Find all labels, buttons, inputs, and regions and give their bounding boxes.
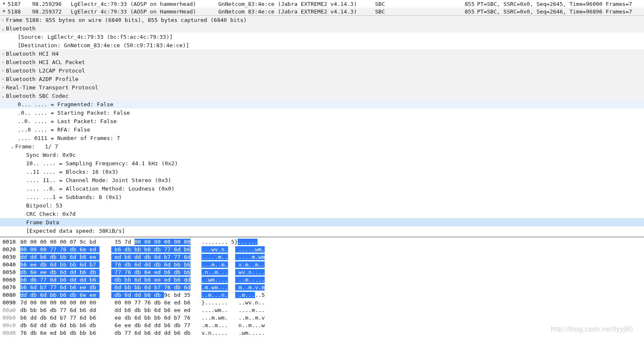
hex-bytes: .....m.. (201, 254, 228, 260)
hex-bytes: ..m...n. (201, 292, 228, 298)
hex-bytes: db 6d dd db 6d bb b6 db (20, 322, 99, 328)
hex-bytes-group: dd b6 db bb 6d b6 ee ed (111, 307, 196, 314)
tree-item-alloc[interactable]: .... ..0. = Allocation Method: Loudness … (0, 184, 644, 193)
hex-bytes: .....wm. (235, 246, 265, 253)
hex-offset: 0090 (0, 299, 20, 307)
hex-row[interactable]: 0060b6 db 77 6d b6 dd dd b6 db bb 6d b6 … (0, 276, 644, 284)
chevron-down-icon[interactable]: ⌄ (0, 93, 6, 99)
tree-label: Bluetooth SBC Codec (6, 93, 69, 99)
packet-dest: GnNetcom 83:4e:ce (Jabra EXTREME2 v4.14.… (218, 8, 375, 15)
hex-bytes: 76 db 6d dd db 6d bb b6 (111, 261, 191, 268)
hex-bytes: db 77 6d b6 dd dd b6 db (111, 330, 191, 336)
tree-label: Sync Word: 0x9c (26, 152, 75, 158)
hex-bytes: dd b6 db bb 6d b6 ee ed (111, 307, 191, 313)
tree-item-hci-h4[interactable]: ›Bluetooth HCI H4 (0, 49, 644, 58)
hex-bytes-group: b6 db bb b6 db 77 6d b6 (111, 246, 196, 253)
tree-item-bluetooth[interactable]: ⌄Bluetooth (0, 24, 644, 32)
packet-detail-tree[interactable]: ›Frame 5188: 855 bytes on wire (6840 bit… (0, 16, 644, 237)
chevron-right-icon[interactable]: › (0, 51, 6, 56)
tree-label: Bluetooth A2DP Profile (6, 76, 78, 82)
hex-row[interactable]: 00c0db 6d dd db 6d bb b6 db 6e ee db 6d … (0, 322, 644, 329)
hex-pane[interactable]: 001080 00 00 00 00 07 9c bd 35 7d 00 00 … (0, 237, 644, 337)
tree-item-sbc-rfa[interactable]: ...0 .... = RFA: False (0, 125, 644, 134)
hex-bytes: dd dd b6 db bb 6d b6 ee (20, 254, 99, 260)
hex-offset: 0050 (0, 269, 20, 276)
chevron-right-icon[interactable]: › (0, 59, 6, 65)
tree-label: Bluetooth (6, 25, 35, 32)
tree-item-bt-dest[interactable]: [Destination: GnNetcom_83:4e:ce (50:c9:7… (0, 41, 644, 49)
hex-row[interactable]: 002000 00 00 77 76 db 6e ed b6 db bb b6 … (0, 246, 644, 253)
hex-ascii: ...m.wm. (201, 314, 235, 322)
tree-item-sync[interactable]: Sync Word: 0x9c (0, 151, 644, 159)
tree-item-sbc[interactable]: ⌄Bluetooth SBC Codec (0, 91, 644, 100)
tree-label: Real-Time Transport Protocol (6, 84, 98, 91)
hex-row[interactable]: 001080 00 00 00 00 07 9c bd 35 7d 00 00 … (0, 238, 644, 246)
hex-bytes: wv.n.... (235, 269, 265, 275)
tree-item-bt-source[interactable]: [Source: LgElectr_4c:79:33 (bc:f5:ac:4c:… (0, 32, 644, 41)
hex-bytes: 77 76 db 6e ed b6 db bb (111, 269, 191, 275)
tree-label: [Source: LgElectr_4c:79:33 (bc:f5:ac:4c:… (18, 34, 173, 40)
hex-row[interactable]: 00907d 00 00 00 00 00 00 00 00 00 77 76 … (0, 299, 644, 307)
tree-item-crc[interactable]: CRC Check: 0x7d (0, 210, 644, 218)
tree-item-l2cap[interactable]: ›Bluetooth L2CAP Protocol (0, 66, 644, 75)
tree-item-frame1[interactable]: ⌄Frame: 1/ 7 (0, 142, 644, 151)
tree-item-frame-data[interactable]: Frame Data (0, 218, 644, 226)
hex-row[interactable]: 00d076 db 6e ed b6 db bb b6 db 77 6d b6 … (0, 329, 644, 337)
hex-row[interactable]: 0040b6 ee db 6d bb bb 6d b7 76 db 6d dd … (0, 261, 644, 269)
tree-item-chmode[interactable]: .... 11.. = Channel Mode: Joint Stereo (… (0, 176, 644, 184)
tree-item-sbc-fragmented[interactable]: 0... .... = Fragmented: False (0, 100, 644, 108)
hex-ascii: ...wv.n. (201, 246, 235, 253)
hex-bytes: b6 db 77 6d b6 dd dd b6 (20, 277, 99, 283)
hex-row[interactable]: 00b0b6 dd db 6d b7 77 6d b6 ee db 6d bb … (0, 314, 644, 322)
hex-bytes-group: 76 db 6e ed b6 db bb b6 (20, 329, 109, 337)
hex-row[interactable]: 0070b6 6d b7 77 6d b6 ee db 6d bb bb 6d … (0, 284, 644, 291)
chevron-down-icon[interactable]: ⌄ (9, 144, 15, 149)
tree-item-sbc-start[interactable]: .0.. .... = Starting Packet: False (0, 108, 644, 117)
hex-bytes: v.m..m.. (235, 261, 265, 268)
hex-row[interactable]: 0030dd dd b6 db bb 6d b6 ee ed b6 dd db … (0, 253, 644, 261)
tree-item-hci-acl[interactable]: ›Bluetooth HCI ACL Packet (0, 58, 644, 66)
chevron-right-icon[interactable]: › (0, 76, 6, 82)
hex-ascii: .n..m... (201, 269, 235, 276)
hex-bytes: ....wm.. (201, 307, 228, 313)
tree-item-rtp[interactable]: ›Real-Time Transport Protocol (0, 83, 644, 91)
tree-label: .... 0111 = Number of Frames: 7 (18, 135, 120, 141)
hex-bytes: dd db 6d bb b6 db 6e ee (20, 292, 99, 298)
hex-offset: 0010 (0, 238, 20, 246)
hex-bytes-group: ee db 6d bb bb 6d b7 76 (111, 314, 196, 322)
hex-bytes: db bb b6 db 77 6d b6 dd (20, 307, 99, 313)
packet-list[interactable]: • 5187 98.259296 LgElectr_4c:79:33 (AOSP… (0, 0, 644, 16)
hex-offset: 0030 (0, 253, 20, 261)
hex-row[interactable]: 0080dd db 6d bb b6 db 6e ee db 6d dd b6 … (0, 291, 644, 299)
hex-row[interactable]: 00a0db bb b6 db 77 6d b6 dd dd b6 db bb … (0, 307, 644, 314)
tree-item-blocks[interactable]: ..11 .... = Blocks: 16 (0x3) (0, 167, 644, 176)
tree-item-sbc-last[interactable]: ..0. .... = Last Packet: False (0, 117, 644, 125)
hex-bytes: db 6e ee db 6d dd b6 db (20, 269, 99, 275)
hex-bytes: b6 dd db 6d b7 77 6d b6 (20, 315, 99, 321)
tree-item-freq[interactable]: 10.. .... = Sampling Frequency: 44.1 kHz… (0, 159, 644, 167)
tree-item-sbc-nframes[interactable]: .... 0111 = Number of Frames: 7 (0, 134, 644, 142)
hex-bytes: ...m..m. (201, 261, 228, 268)
tree-item-a2dp[interactable]: ›Bluetooth A2DP Profile (0, 75, 644, 83)
hex-ascii: ..wv.n.. (235, 299, 276, 307)
packet-row[interactable]: • 5188 98.259372 LgElectr 4c:79:33 (AOSP… (0, 8, 644, 15)
packet-time: 98.259296 (32, 1, 71, 7)
tree-item-frame[interactable]: ›Frame 5188: 855 bytes on wire (6840 bit… (0, 16, 644, 24)
tree-item-speed[interactable]: [Expected data speed: 38KiB/s] (0, 226, 644, 235)
hex-bytes: 80 00 00 00 00 07 9c bd (20, 239, 99, 245)
chevron-right-icon[interactable]: › (0, 17, 6, 23)
hex-bytes: b6 db bb b6 db 77 6d b6 (111, 246, 191, 253)
hex-bytes: .m... (235, 292, 255, 298)
tree-item-subbands[interactable]: .... ...1 = Subbands: 8 (0x1) (0, 193, 644, 201)
hex-offset: 00c0 (0, 322, 20, 329)
hex-bytes-group: dd db 6d bb b6 db 6e ee (20, 291, 109, 299)
tree-item-bitpool[interactable]: Bitpool: 53 (0, 201, 644, 210)
chevron-right-icon[interactable]: › (0, 85, 6, 90)
hex-bytes: .m..m... (201, 322, 228, 328)
hex-bytes: .n..m... (201, 269, 228, 275)
hex-row[interactable]: 0050db 6e ee db 6d dd b6 db 77 76 db 6e … (0, 269, 644, 276)
hex-bytes-group: dd dd b6 db bb 6d b6 ee (20, 253, 109, 261)
packet-row[interactable]: • 5187 98.259296 LgElectr_4c:79:33 (AOSP… (0, 0, 644, 8)
chevron-down-icon[interactable]: ⌄ (0, 26, 6, 31)
chevron-right-icon[interactable]: › (0, 68, 6, 73)
